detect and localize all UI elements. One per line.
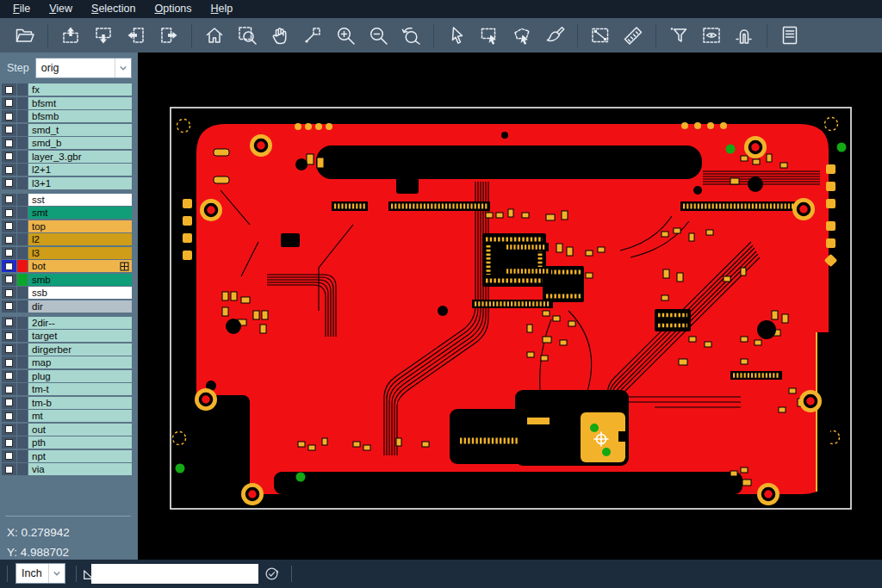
grid-icon[interactable] — [120, 262, 129, 274]
layer-row-via[interactable]: via — [2, 463, 132, 475]
layer-name-mt[interactable]: mt — [28, 410, 132, 422]
layer-row-pth[interactable]: pth — [2, 436, 132, 449]
layer-visibility-checkbox[interactable] — [2, 137, 16, 149]
layer-name-bfsmt[interactable]: bfsmt — [28, 97, 132, 109]
layer-name-npt[interactable]: npt — [28, 450, 132, 462]
layer-name-pth[interactable]: pth — [28, 436, 132, 449]
layer-row-bfsmb[interactable]: bfsmb — [2, 110, 132, 122]
layer-name-plug[interactable]: plug — [28, 370, 132, 382]
layer-visibility-checkbox[interactable] — [2, 177, 16, 189]
layer-visibility-checkbox[interactable] — [2, 450, 16, 462]
step-dropdown[interactable]: orig — [35, 58, 132, 78]
shift-down-button[interactable] — [90, 22, 117, 49]
layer-name-target[interactable]: target — [28, 330, 132, 342]
layer-visibility-checkbox[interactable] — [2, 110, 16, 122]
layer-row-l3[interactable]: l3 — [2, 247, 132, 259]
pcb-viewport[interactable] — [138, 53, 882, 560]
unit-dropdown[interactable]: Inch — [16, 563, 65, 584]
layer-name-dir[interactable]: dir — [28, 300, 132, 313]
layer-name-smd_t[interactable]: smd_t — [28, 124, 132, 136]
layer-visibility-checkbox[interactable] — [2, 274, 16, 286]
menu-help[interactable]: Help — [202, 1, 243, 17]
layer-row-l2[interactable]: l2 — [2, 233, 132, 245]
layer-visibility-checkbox[interactable] — [2, 97, 16, 109]
layer-visibility-checkbox[interactable] — [2, 84, 16, 96]
layer-visibility-checkbox[interactable] — [2, 124, 16, 136]
menu-options[interactable]: Options — [145, 1, 201, 17]
layer-visibility-checkbox[interactable] — [2, 260, 16, 272]
snap-magnet-button[interactable] — [730, 22, 758, 49]
layer-name-ssb[interactable]: ssb — [28, 287, 132, 299]
sync-icon[interactable] — [262, 564, 282, 584]
layer-name-via[interactable]: via — [28, 463, 132, 475]
layer-name-top[interactable]: top — [28, 220, 132, 232]
zoom-object-button[interactable] — [299, 22, 326, 49]
layer-row-fx[interactable]: fx — [2, 84, 132, 96]
layer-row-dirgerber[interactable]: dirgerber — [2, 344, 132, 356]
layer-visibility-checkbox[interactable] — [2, 410, 16, 422]
ruler-button[interactable] — [619, 22, 647, 49]
layer-visibility-checkbox[interactable] — [2, 164, 16, 176]
pointer-select-button[interactable] — [443, 22, 470, 49]
chevron-down-icon[interactable] — [115, 59, 131, 77]
layer-row-smd_b[interactable]: smd_b — [2, 137, 132, 149]
layer-row-tm-t[interactable]: tm-t — [2, 383, 132, 395]
layer-row-out[interactable]: out — [2, 424, 132, 436]
rect-select-button[interactable] — [475, 22, 503, 49]
layer-row-smb[interactable]: smb — [2, 274, 132, 286]
layer-visibility-checkbox[interactable] — [2, 194, 16, 206]
chevron-down-icon[interactable] — [48, 564, 65, 583]
layer-row-npt[interactable]: npt — [2, 450, 132, 462]
layer-row-mt[interactable]: mt — [2, 410, 132, 422]
layer-row-ssb[interactable]: ssb — [2, 287, 132, 299]
layer-row-smd_t[interactable]: smd_t — [2, 124, 132, 136]
layer-name-smd_b[interactable]: smd_b — [28, 137, 132, 149]
layer-name-layer_3.gbr[interactable]: layer_3.gbr — [28, 151, 132, 163]
layer-row-bfsmt[interactable]: bfsmt — [2, 97, 132, 109]
layer-name-l2+1[interactable]: l2+1 — [28, 164, 132, 176]
report-button[interactable] — [776, 22, 804, 49]
layer-visibility-checkbox[interactable] — [2, 207, 16, 219]
layer-name-2dir--[interactable]: 2dir-- — [28, 317, 132, 329]
shift-right-button[interactable] — [155, 22, 183, 49]
layer-name-dirgerber[interactable]: dirgerber — [28, 344, 132, 356]
layer-name-sst[interactable]: sst — [28, 194, 132, 206]
layer-row-plug[interactable]: plug — [2, 370, 132, 382]
layer-visibility-checkbox[interactable] — [2, 151, 16, 163]
clear-brush-button[interactable] — [541, 22, 568, 49]
layer-name-out[interactable]: out — [28, 424, 132, 436]
layer-name-l2[interactable]: l2 — [28, 233, 132, 245]
layer-row-target[interactable]: target — [2, 330, 132, 342]
command-input[interactable] — [91, 564, 258, 584]
layer-visibility-checkbox[interactable] — [2, 330, 16, 342]
layer-row-2dir--[interactable]: 2dir-- — [2, 317, 132, 329]
layer-visibility-checkbox[interactable] — [2, 383, 16, 395]
layer-visibility-checkbox[interactable] — [2, 344, 16, 356]
layer-row-l3+1[interactable]: l3+1 — [2, 177, 132, 189]
layer-row-dir[interactable]: dir — [2, 300, 132, 313]
open-folder-button[interactable] — [11, 22, 39, 49]
layer-row-smt[interactable]: smt — [2, 207, 132, 219]
menu-view[interactable]: View — [40, 1, 82, 17]
layer-visibility-checkbox[interactable] — [2, 424, 16, 436]
layer-visibility-checkbox[interactable] — [2, 317, 16, 329]
layer-name-tm-b[interactable]: tm-b — [28, 397, 132, 409]
menu-selection[interactable]: Selection — [82, 1, 145, 17]
layer-name-l3+1[interactable]: l3+1 — [28, 177, 132, 189]
layer-visibility-checkbox[interactable] — [2, 287, 16, 299]
filter-button[interactable] — [665, 22, 693, 49]
layer-name-bot[interactable]: bot — [28, 260, 132, 272]
layer-visibility-checkbox[interactable] — [2, 300, 16, 313]
polygon-select-button[interactable] — [508, 22, 536, 49]
layer-visibility-checkbox[interactable] — [2, 397, 16, 409]
layer-visibility-checkbox[interactable] — [2, 370, 16, 382]
shift-up-button[interactable] — [57, 22, 84, 49]
layer-visibility-checkbox[interactable] — [2, 220, 16, 232]
layer-row-bot[interactable]: bot — [2, 260, 132, 272]
zoom-area-button[interactable] — [233, 22, 261, 49]
layer-visibility-checkbox[interactable] — [2, 247, 16, 259]
pan-button[interactable] — [266, 22, 294, 49]
highlight-eye-button[interactable] — [698, 22, 725, 49]
layer-visibility-checkbox[interactable] — [2, 356, 16, 368]
layer-name-map[interactable]: map — [28, 356, 132, 368]
